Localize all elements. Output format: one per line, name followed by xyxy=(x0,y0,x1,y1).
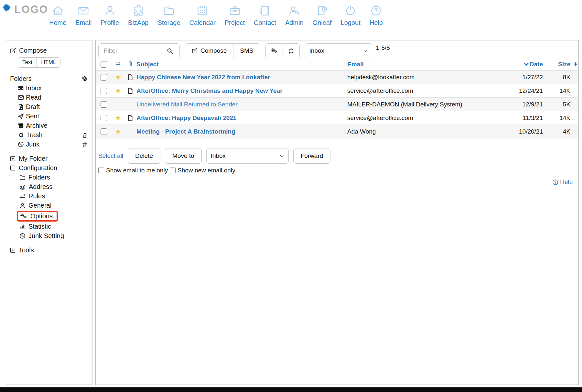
expand-plus-icon[interactable] xyxy=(10,156,16,161)
sidebar-item-rules[interactable]: Rules xyxy=(10,191,88,201)
sidebar-compose[interactable]: Compose xyxy=(10,46,88,55)
forward-button[interactable]: Forward xyxy=(293,148,331,164)
row-checkbox[interactable] xyxy=(101,74,107,81)
row-checkbox[interactable] xyxy=(101,101,107,108)
nav-contact[interactable]: Contact xyxy=(254,5,276,27)
mailbox-select[interactable]: Inbox xyxy=(305,43,372,58)
email-subject-link[interactable]: AfterOffice: Happy Deepavali 2021 xyxy=(136,114,236,121)
nav-storage[interactable]: Storage xyxy=(157,5,180,27)
bar-chart-icon xyxy=(19,223,26,230)
filter-input[interactable] xyxy=(99,44,160,58)
star-icon[interactable]: ★ xyxy=(115,128,121,135)
collapse-minus-icon[interactable] xyxy=(10,165,16,171)
email-size: 5K xyxy=(543,101,570,108)
nav-bizapp[interactable]: BizApp xyxy=(128,5,148,27)
star-icon[interactable]: ★ xyxy=(115,114,121,122)
sidebar-item-archive[interactable]: Archive xyxy=(10,121,88,130)
folders-settings-gear-icon[interactable] xyxy=(81,76,88,82)
email-subject-link[interactable]: Meeting - Project A Brainstorming xyxy=(136,128,235,135)
help-link[interactable]: Help xyxy=(96,179,573,186)
table-row[interactable]: ★ Meeting - Project A Brainstorming Ada … xyxy=(96,125,578,138)
show-email-to-me-checkbox[interactable] xyxy=(98,168,104,173)
email-column-header[interactable]: Email xyxy=(347,61,496,68)
sidebar-item-configuration[interactable]: Configuration xyxy=(10,163,88,173)
subject-column-header[interactable]: Subject xyxy=(136,61,347,68)
sidebar-item-junk-setting[interactable]: Junk Setting xyxy=(10,231,88,241)
show-new-email-option[interactable]: Show new email only xyxy=(170,167,235,174)
folder-label: Read xyxy=(26,94,41,101)
show-new-email-checkbox[interactable] xyxy=(170,168,176,173)
sidebar-item-read[interactable]: Read xyxy=(10,93,88,102)
nav-project[interactable]: Project xyxy=(225,5,245,27)
document-clock-icon xyxy=(316,5,328,17)
email-subject-link[interactable]: Happy Chinese New Year 2022 from Lookaft… xyxy=(136,74,270,81)
sidebar-item-junk[interactable]: Junk xyxy=(10,140,88,149)
expand-plus-icon[interactable] xyxy=(10,247,16,253)
email-size: 14K xyxy=(543,87,570,94)
sidebar-item-options[interactable]: Options xyxy=(10,210,88,222)
email-subject-link[interactable]: Undelivered Mail Returned to Sender xyxy=(136,101,238,108)
folder-label: Trash xyxy=(26,131,42,139)
attachment-column-icon[interactable] xyxy=(127,61,134,67)
flag-column-icon[interactable] xyxy=(115,61,121,67)
sidebar-item-my-folder[interactable]: My Folder xyxy=(10,154,88,163)
show-email-to-me-option[interactable]: Show email to me only xyxy=(98,167,168,174)
nav-profile[interactable]: Profile xyxy=(101,5,119,27)
nav-admin[interactable]: Admin xyxy=(285,5,304,27)
sidebar-item-trash[interactable]: ♻Trash xyxy=(10,130,88,140)
refresh-button[interactable] xyxy=(283,44,299,58)
star-icon[interactable]: ★ xyxy=(115,87,121,94)
nav-logout[interactable]: Logout xyxy=(341,5,361,27)
folder-outline-icon xyxy=(19,174,26,180)
folder-icon xyxy=(163,5,175,17)
sidebar-item-inbox[interactable]: Inbox xyxy=(10,83,88,93)
compose-button[interactable]: Compose xyxy=(185,44,233,58)
help-link-label: Help xyxy=(560,179,573,186)
table-row[interactable]: ★ AfterOffice: Happy Deepavali 2021 serv… xyxy=(96,111,578,125)
email-sender: helpdesk@lookafter.com xyxy=(347,74,496,81)
row-checkbox[interactable] xyxy=(101,88,107,94)
priority-bolt-icon[interactable] xyxy=(573,61,578,67)
sidebar-item-sent[interactable]: Sent xyxy=(10,112,88,121)
sidebar-item-draft[interactable]: Draft xyxy=(10,102,88,112)
pagination-range: 1-5/5 xyxy=(376,44,390,51)
move-to-button[interactable]: Move to xyxy=(165,148,202,164)
sms-button[interactable]: SMS xyxy=(233,44,260,58)
nav-onleaf[interactable]: Onleaf xyxy=(313,5,332,27)
sidebar-item-statistic[interactable]: Statistic xyxy=(10,222,88,231)
size-column-header[interactable]: Size xyxy=(543,61,570,68)
compose-html-button[interactable]: HTML xyxy=(37,58,60,67)
mail-list-header: Subject Email Date Size xyxy=(96,58,578,71)
gears-icon xyxy=(20,212,27,220)
table-row[interactable]: ★ Happy Chinese New Year 2022 from Looka… xyxy=(96,71,578,84)
email-size: 14K xyxy=(543,114,570,122)
sidebar-item-tools[interactable]: Tools xyxy=(10,245,88,255)
select-all-link[interactable]: Select all xyxy=(98,152,123,159)
date-column-header[interactable]: Date xyxy=(496,61,543,68)
nav-help[interactable]: Help xyxy=(370,5,383,27)
star-icon[interactable]: ★ xyxy=(115,74,121,81)
sidebar-item-config-folders[interactable]: Folders xyxy=(10,173,88,182)
date-header-label: Date xyxy=(530,61,543,68)
empty-trash-icon[interactable] xyxy=(82,132,88,138)
email-subject-link[interactable]: AfterOffice: Merry Christmas and Happy N… xyxy=(136,87,283,94)
nav-calendar[interactable]: Calendar xyxy=(189,5,216,27)
row-checkbox[interactable] xyxy=(101,115,107,121)
nav-home[interactable]: Home xyxy=(49,5,66,27)
calendar-icon xyxy=(196,5,209,17)
table-row[interactable]: ★ AfterOffice: Merry Christmas and Happy… xyxy=(96,84,578,98)
delete-button[interactable]: Delete xyxy=(128,148,160,164)
compose-text-button[interactable]: Text xyxy=(18,58,37,67)
empty-junk-icon[interactable] xyxy=(82,142,88,147)
select-all-checkbox[interactable] xyxy=(101,61,107,68)
list-settings-button[interactable] xyxy=(266,44,283,58)
sidebar-item-general[interactable]: General xyxy=(10,201,88,210)
row-checkbox[interactable] xyxy=(101,128,107,135)
no-entry-icon xyxy=(19,233,26,239)
email-sender: MAILER-DAEMON (Mail Delivery System) xyxy=(347,101,496,108)
nav-email[interactable]: Email xyxy=(75,5,92,27)
sidebar-item-address[interactable]: @Address xyxy=(10,182,88,191)
table-row[interactable]: Undelivered Mail Returned to Sender MAIL… xyxy=(96,98,578,111)
search-button[interactable] xyxy=(160,44,179,58)
move-target-select[interactable]: Inbox xyxy=(206,148,289,164)
